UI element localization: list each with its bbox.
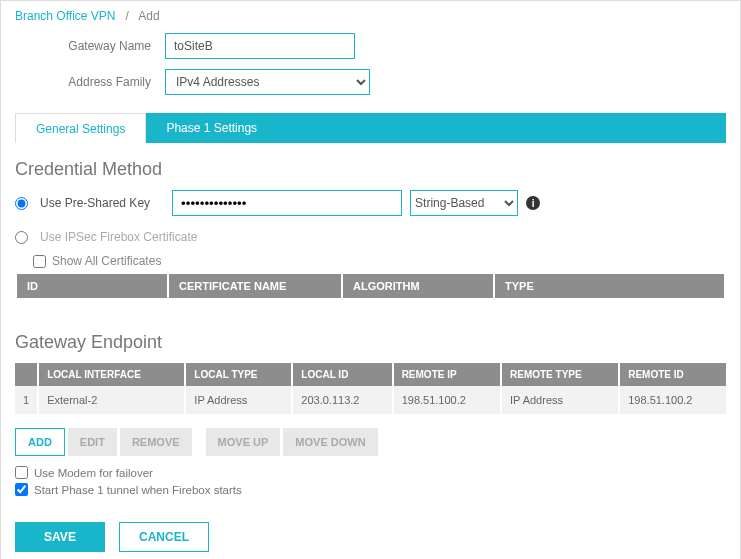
gateway-endpoint-heading: Gateway Endpoint (15, 332, 726, 353)
info-icon[interactable]: i (526, 196, 540, 210)
modem-failover-checkbox[interactable] (15, 466, 28, 479)
endpoint-header-lt: LOCAL TYPE (186, 363, 293, 386)
breadcrumb-sep (119, 9, 126, 23)
move-up-button[interactable]: MOVE UP (206, 428, 281, 456)
address-family-label: Address Family (15, 75, 165, 89)
remove-button[interactable]: REMOVE (120, 428, 192, 456)
psk-type-select[interactable]: String-Based (410, 190, 518, 216)
psk-input[interactable] (172, 190, 402, 216)
endpoint-row-num: 1 (15, 386, 39, 414)
endpoint-table: LOCAL INTERFACE LOCAL TYPE LOCAL ID REMO… (15, 363, 726, 414)
save-button[interactable]: SAVE (15, 522, 105, 552)
endpoint-row-lt: IP Address (186, 386, 293, 414)
address-family-select[interactable]: IPv4 Addresses (165, 69, 370, 95)
move-down-button[interactable]: MOVE DOWN (283, 428, 377, 456)
cert-header-name: CERTIFICATE NAME (169, 274, 341, 298)
use-cert-radio[interactable] (15, 231, 28, 244)
table-row[interactable]: 1 External-2 IP Address 203.0.113.2 198.… (15, 386, 726, 414)
certificate-table: ID CERTIFICATE NAME ALGORITHM TYPE (15, 274, 726, 298)
breadcrumb: Branch Office VPN / Add (15, 9, 726, 23)
breadcrumb-current: Add (138, 9, 159, 23)
endpoint-header-rid: REMOTE ID (620, 363, 726, 386)
tab-phase1-settings[interactable]: Phase 1 Settings (146, 113, 277, 143)
cert-header-type: TYPE (495, 274, 724, 298)
use-psk-label: Use Pre-Shared Key (40, 196, 150, 210)
start-phase1-label: Start Phase 1 tunnel when Firebox starts (34, 484, 242, 496)
gateway-name-label: Gateway Name (15, 39, 165, 53)
endpoint-row-rid: 198.51.100.2 (620, 386, 726, 414)
endpoint-header-li: LOCAL INTERFACE (39, 363, 186, 386)
tab-general-settings[interactable]: General Settings (15, 113, 146, 143)
add-button[interactable]: ADD (15, 428, 65, 456)
cancel-button[interactable]: CANCEL (119, 522, 209, 552)
show-all-certs-label: Show All Certificates (52, 254, 161, 268)
edit-button[interactable]: EDIT (68, 428, 117, 456)
endpoint-row-rip: 198.51.100.2 (394, 386, 502, 414)
cert-header-alg: ALGORITHM (343, 274, 493, 298)
start-phase1-checkbox[interactable] (15, 483, 28, 496)
breadcrumb-parent[interactable]: Branch Office VPN (15, 9, 116, 23)
modem-failover-label: Use Modem for failover (34, 467, 153, 479)
endpoint-row-li: External-2 (39, 386, 186, 414)
endpoint-header-rt: REMOTE TYPE (502, 363, 620, 386)
show-all-certs-checkbox[interactable] (33, 255, 46, 268)
endpoint-header-num (15, 363, 39, 386)
endpoint-row-rt: IP Address (502, 386, 620, 414)
endpoint-header-lid: LOCAL ID (293, 363, 393, 386)
cert-header-id: ID (17, 274, 167, 298)
credential-method-heading: Credential Method (15, 159, 726, 180)
endpoint-row-lid: 203.0.113.2 (293, 386, 393, 414)
tabs: General Settings Phase 1 Settings (15, 113, 726, 143)
endpoint-header-rip: REMOTE IP (394, 363, 502, 386)
use-psk-radio[interactable] (15, 197, 28, 210)
gateway-name-input[interactable] (165, 33, 355, 59)
use-cert-label: Use IPSec Firebox Certificate (40, 230, 197, 244)
